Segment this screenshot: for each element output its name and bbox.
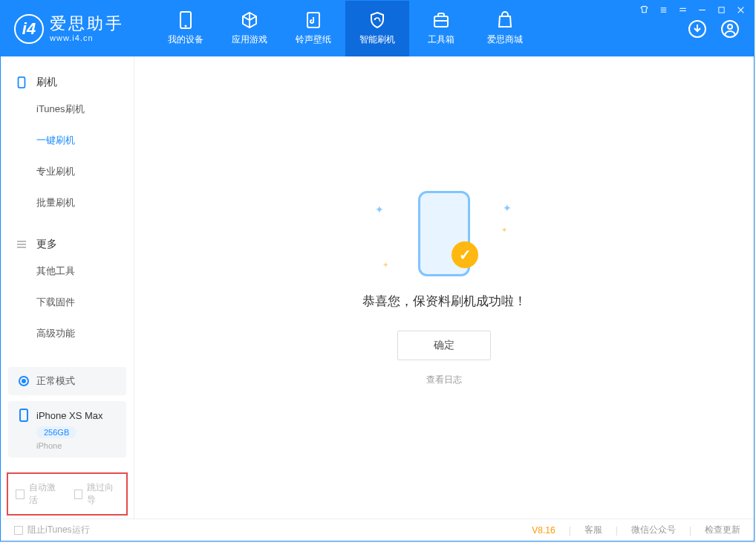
phone-icon xyxy=(177,11,195,29)
sidebar-item-download-firmware[interactable]: 下载固件 xyxy=(1,287,134,318)
cube-icon xyxy=(241,11,258,29)
svg-point-10 xyxy=(185,25,187,27)
sidebar-item-batch-flash[interactable]: 批量刷机 xyxy=(1,187,134,218)
version-label: V8.16 xyxy=(532,525,555,536)
svg-rect-16 xyxy=(19,77,25,88)
device-storage-badge: 256GB xyxy=(36,426,76,438)
wechat-link[interactable]: 微信公众号 xyxy=(631,524,676,536)
svg-rect-22 xyxy=(20,409,27,421)
device-name: iPhone XS Max xyxy=(36,410,103,421)
sidebar-item-itunes-flash[interactable]: iTunes刷机 xyxy=(1,94,134,125)
body: 刷机 iTunes刷机 一键刷机 专业刷机 批量刷机 更多 其他工具 下载固件 … xyxy=(1,56,754,518)
section-title: 刷机 xyxy=(36,76,57,89)
topnav-label: 爱思商城 xyxy=(487,33,523,46)
check-badge-icon: ✓ xyxy=(452,241,478,268)
mode-icon xyxy=(17,374,30,388)
sparkle-icon: ✦ xyxy=(382,261,388,269)
logo-icon: i4 xyxy=(14,14,44,44)
topnav-apps-games[interactable]: 应用游戏 xyxy=(218,1,281,56)
checkbox-label: 自动激活 xyxy=(29,481,61,507)
checkbox-box-icon xyxy=(16,490,25,499)
sidebar-section-header-flash: 刷机 xyxy=(1,71,134,94)
sparkle-icon: ✦ xyxy=(375,204,384,215)
topnav-ringtone-wallpaper[interactable]: 铃声壁纸 xyxy=(281,1,345,56)
checkbox-block-itunes[interactable]: 阻止iTunes运行 xyxy=(14,524,90,536)
checkbox-box-icon xyxy=(74,490,83,499)
checkbox-skip-guide[interactable]: 跳过向导 xyxy=(74,481,120,507)
checkbox-box-icon xyxy=(14,526,23,535)
topnav-my-device[interactable]: 我的设备 xyxy=(154,1,218,56)
logo-en: www.i4.cn xyxy=(50,33,124,42)
device-sub: iPhone xyxy=(36,441,117,450)
app-window: i4 爱思助手 www.i4.cn 我的设备 应用游戏 铃声壁纸 智能刷机 xyxy=(0,0,755,542)
sidebar-item-other-tools[interactable]: 其他工具 xyxy=(1,256,134,287)
sparkle-icon: ✦ xyxy=(501,226,507,234)
svg-point-21 xyxy=(22,380,25,383)
user-circle-icon[interactable] xyxy=(720,19,740,39)
phone-small-icon xyxy=(16,77,27,88)
sidebar-item-one-click-flash[interactable]: 一键刷机 xyxy=(1,125,134,156)
logo-text: 爱思助手 www.i4.cn xyxy=(50,15,124,42)
confirm-button[interactable]: 确定 xyxy=(397,331,491,360)
briefcase-icon xyxy=(432,11,450,29)
list-icon xyxy=(16,238,27,250)
wc-menu-icon[interactable] xyxy=(677,4,688,16)
main-content: ✦ ✦ ✦ ✦ ✓ 恭喜您，保资料刷机成功啦！ 确定 查看日志 xyxy=(134,56,754,518)
sparkle-icon: ✦ xyxy=(503,202,512,214)
topnav: 我的设备 应用游戏 铃声壁纸 智能刷机 工具箱 爱思商城 xyxy=(154,1,537,56)
sidebar-section-header-more: 更多 xyxy=(1,233,134,256)
device-card[interactable]: iPhone XS Max 256GB iPhone xyxy=(8,401,126,458)
mode-label: 正常模式 xyxy=(36,374,75,388)
phone-outline-icon xyxy=(17,409,30,422)
sidebar: 刷机 iTunes刷机 一键刷机 专业刷机 批量刷机 更多 其他工具 下载固件 … xyxy=(1,56,134,518)
topnav-label: 应用游戏 xyxy=(232,33,267,46)
check-update-link[interactable]: 检查更新 xyxy=(705,524,740,536)
topnav-toolbox[interactable]: 工具箱 xyxy=(409,1,473,56)
success-message: 恭喜您，保资料刷机成功啦！ xyxy=(362,293,527,310)
separator: | xyxy=(569,525,571,536)
topnav-label: 我的设备 xyxy=(168,33,203,46)
maximize-button[interactable] xyxy=(715,4,727,16)
sidebar-section-more: 更多 其他工具 下载固件 高级功能 xyxy=(1,218,134,349)
close-button[interactable] xyxy=(734,4,746,16)
success-illustration: ✦ ✦ ✦ ✦ ✓ xyxy=(396,189,492,278)
download-circle-icon[interactable] xyxy=(687,19,708,39)
music-file-icon xyxy=(304,11,322,29)
topnav-label: 工具箱 xyxy=(428,33,454,46)
topnav-store[interactable]: 爱思商城 xyxy=(473,1,537,56)
svg-point-15 xyxy=(728,25,732,29)
checkbox-auto-activate[interactable]: 自动激活 xyxy=(16,481,61,507)
app-logo: i4 爱思助手 www.i4.cn xyxy=(14,1,124,56)
topnav-smart-flash[interactable]: 智能刷机 xyxy=(345,1,409,56)
shield-refresh-icon xyxy=(368,11,386,29)
bottom-checkboxes-highlighted: 自动激活 跳过向导 xyxy=(7,472,128,516)
sidebar-device-area: 正常模式 iPhone XS Max 256GB iPhone xyxy=(1,360,134,465)
sidebar-item-pro-flash[interactable]: 专业刷机 xyxy=(1,156,134,187)
checkbox-label: 阻止iTunes运行 xyxy=(27,524,90,536)
checkbox-label: 跳过向导 xyxy=(87,481,119,507)
sidebar-section-flash: 刷机 iTunes刷机 一键刷机 专业刷机 批量刷机 xyxy=(1,56,134,218)
customer-service-link[interactable]: 客服 xyxy=(584,524,602,536)
device-mode-chip[interactable]: 正常模式 xyxy=(8,367,126,395)
statusbar-left: 阻止iTunes运行 xyxy=(14,524,90,536)
topnav-label: 铃声壁纸 xyxy=(296,33,331,46)
view-log-link[interactable]: 查看日志 xyxy=(426,374,462,386)
topnav-label: 智能刷机 xyxy=(359,33,395,46)
section-title: 更多 xyxy=(36,238,57,251)
statusbar-right: V8.16 | 客服 | 微信公众号 | 检查更新 xyxy=(532,524,740,536)
logo-cn: 爱思助手 xyxy=(50,15,124,33)
wc-shirt-icon[interactable] xyxy=(638,4,650,16)
separator: | xyxy=(689,525,691,536)
sidebar-item-advanced[interactable]: 高级功能 xyxy=(1,318,134,349)
window-controls xyxy=(638,4,746,16)
statusbar: 阻止iTunes运行 V8.16 | 客服 | 微信公众号 | 检查更新 xyxy=(1,518,754,541)
bag-icon xyxy=(496,11,514,29)
minimize-button[interactable] xyxy=(696,4,708,16)
svg-rect-6 xyxy=(718,7,723,12)
phone-illustration-icon: ✓ xyxy=(418,191,470,276)
wc-list-icon[interactable] xyxy=(657,4,669,16)
separator: | xyxy=(616,525,618,536)
device-card-top: iPhone XS Max xyxy=(17,409,117,422)
